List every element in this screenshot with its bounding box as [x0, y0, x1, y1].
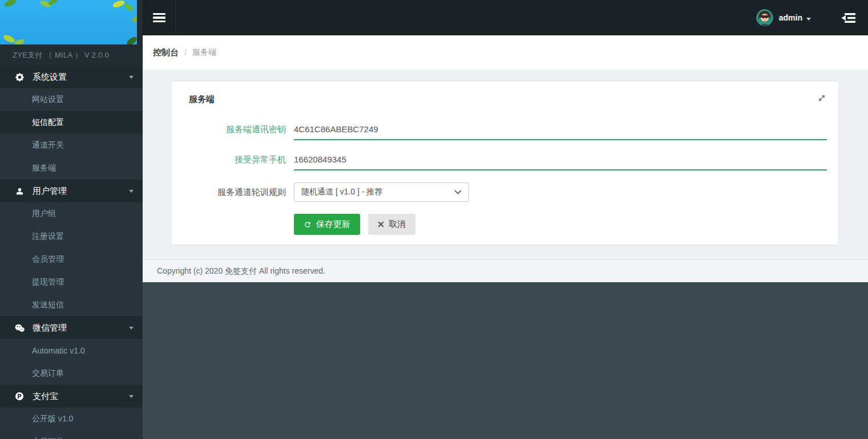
submenu-alipay: 公开版 v1.0 交易订单 [0, 408, 143, 439]
sidebar-item-server-endpoint[interactable]: 服务端 [0, 157, 143, 180]
sidebar-menu: 系统设置 网站设置 短信配置 通道开关 服务端 用户管理 用户组 注册设置 会员… [0, 66, 143, 439]
page-background [143, 282, 868, 439]
sidebar-section-label: 用户管理 [33, 186, 67, 197]
select-value: 随机通道 [ v1.0 ] - 推荐 [301, 187, 382, 197]
caret-down-icon [806, 13, 811, 23]
field-label-comm-key: 服务端通讯密钥 [189, 124, 286, 135]
hamburger-icon [153, 13, 165, 23]
sidebar-section-label: 支付宝 [33, 391, 58, 402]
top-navbar: admin [143, 0, 868, 35]
sidebar-item-withdraw-management[interactable]: 提现管理 [0, 271, 143, 294]
sidebar-item-member-management[interactable]: 会员管理 [0, 248, 143, 271]
wechat-icon [14, 324, 25, 332]
main-area: admin 控制台 / 服务端 服务端 [143, 0, 868, 439]
expand-button[interactable] [818, 94, 826, 102]
user-icon [14, 187, 25, 196]
sidebar-item-user-group[interactable]: 用户组 [0, 202, 143, 225]
footer: Copyright (c) 2020 免签支付 All rights reser… [143, 259, 868, 282]
save-button-label: 保存更新 [316, 219, 350, 230]
sidebar-item-website-settings[interactable]: 网站设置 [0, 88, 143, 111]
comm-key-input[interactable] [294, 122, 827, 140]
sidebar-section-system-settings[interactable]: 系统设置 [0, 66, 143, 88]
submenu-user-management: 用户组 注册设置 会员管理 提现管理 发送短信 [0, 202, 143, 316]
breadcrumb-separator: / [184, 48, 187, 57]
sidebar-item-wechat-orders[interactable]: 交易订单 [0, 362, 143, 385]
form-row: 服务通道轮训规则 随机通道 [ v1.0 ] - 推荐 [189, 182, 827, 202]
expand-icon [818, 94, 826, 102]
app-version-label: ZYE支付 （ MILA ） V 2.0.0 [0, 44, 143, 66]
chevron-down-icon [454, 190, 462, 194]
refresh-icon [304, 221, 312, 229]
field-label-exception-phone: 接受异常手机 [189, 155, 286, 165]
sidebar-toggle-icon [841, 13, 856, 23]
caret-down-icon [129, 189, 134, 193]
sidebar-section-wechat-management[interactable]: 微信管理 [0, 316, 143, 339]
sidebar-item-sms-config[interactable]: 短信配置 [0, 111, 143, 134]
sidebar-item-alipay-public[interactable]: 公开版 v1.0 [0, 408, 143, 430]
gear-icon [14, 73, 25, 82]
server-settings-card: 服务端 服务端通讯密钥 接受异常 [171, 81, 839, 245]
form-row: 接受异常手机 [189, 152, 827, 170]
form-actions: 保存更新 取消 [189, 214, 827, 235]
caret-down-icon [129, 395, 134, 398]
channel-rule-select[interactable]: 随机通道 [ v1.0 ] - 推荐 [294, 182, 469, 202]
card-title: 服务端 [189, 94, 827, 105]
sidebar-item-channel-switch[interactable]: 通道开关 [0, 134, 143, 157]
content-area: 服务端 服务端通讯密钥 接受异常 [143, 70, 868, 259]
sidebar-item-register-settings[interactable]: 注册设置 [0, 225, 143, 248]
exception-phone-input[interactable] [294, 152, 827, 170]
caret-down-icon [129, 75, 134, 79]
server-settings-form: 服务端通讯密钥 接受异常手机 服务通道轮训规则 随机通道 [ v1. [189, 122, 827, 235]
navbar-right: admin [749, 0, 868, 35]
sidebar-section-label: 系统设置 [33, 72, 67, 83]
x-icon [378, 221, 384, 227]
breadcrumb: 控制台 / 服务端 [143, 35, 868, 70]
app-logo[interactable] [0, 0, 137, 44]
sidebar-item-alipay-orders[interactable]: 交易订单 [0, 430, 143, 439]
field-label-channel-rule: 服务通道轮训规则 [189, 187, 286, 198]
submenu-system-settings: 网站设置 短信配置 通道开关 服务端 [0, 88, 143, 180]
caret-down-icon [129, 326, 134, 330]
sidebar-section-label: 微信管理 [33, 323, 67, 334]
sidebar-section-user-management[interactable]: 用户管理 [0, 180, 143, 202]
user-menu[interactable]: admin [749, 0, 818, 35]
user-name: admin [779, 13, 802, 22]
cancel-button[interactable]: 取消 [368, 214, 415, 235]
breadcrumb-home-link[interactable]: 控制台 [153, 47, 179, 58]
sidebar-section-alipay[interactable]: P 支付宝 [0, 385, 143, 408]
sidebar-item-wechat-automatic[interactable]: Automatic v1.0 [0, 339, 143, 362]
logo-leaves-image [0, 0, 137, 44]
sidebar: ZYE支付 （ MILA ） V 2.0.0 系统设置 网站设置 短信配置 通道… [0, 0, 143, 439]
copyright-text: Copyright (c) 2020 免签支付 All rights reser… [157, 266, 325, 277]
sidebar-item-send-sms[interactable]: 发送短信 [0, 294, 143, 316]
sidebar-collapse-button[interactable] [143, 0, 176, 35]
submenu-wechat-management: Automatic v1.0 交易订单 [0, 339, 143, 385]
control-sidebar-toggle-button[interactable] [831, 0, 865, 35]
svg-text:P: P [17, 393, 21, 400]
save-button[interactable]: 保存更新 [294, 214, 360, 235]
cancel-button-label: 取消 [389, 219, 406, 230]
alipay-icon: P [14, 392, 25, 401]
breadcrumb-current: 服务端 [192, 47, 216, 58]
avatar [756, 9, 773, 26]
form-row: 服务端通讯密钥 [189, 122, 827, 140]
